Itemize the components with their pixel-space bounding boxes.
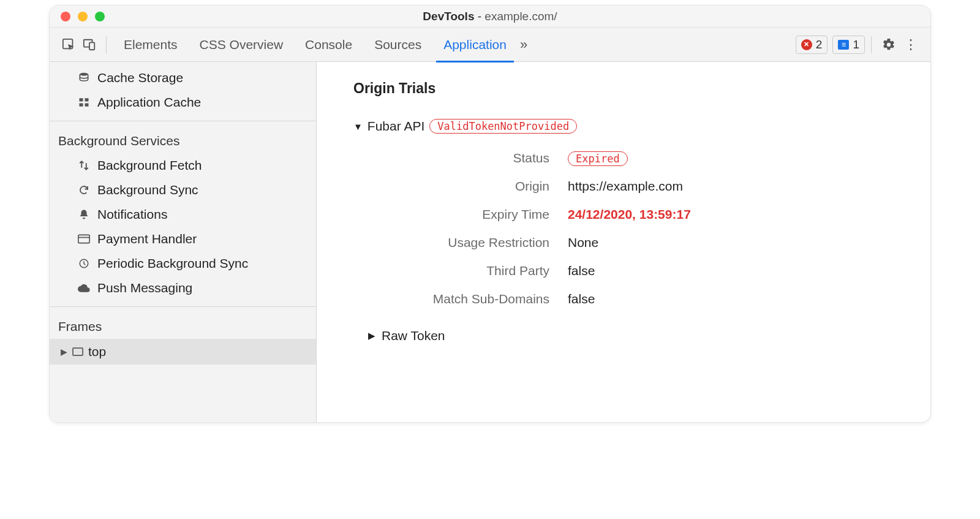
origin-value: https://example.com <box>568 179 894 194</box>
third-party-label: Third Party <box>378 263 549 278</box>
title-app: DevTools <box>423 10 474 23</box>
cloud-icon <box>77 281 91 295</box>
sidebar-item-frames-top[interactable]: ▶ top <box>50 339 316 365</box>
caret-right-icon: ▶ <box>61 347 67 357</box>
main-panel: Origin Trials ▼ Fubar API ValidTokenNotP… <box>317 62 930 422</box>
close-icon[interactable] <box>61 12 70 21</box>
caret-down-icon: ▼ <box>353 121 363 132</box>
device-toggle-icon[interactable] <box>79 34 100 55</box>
transfer-icon <box>77 158 91 173</box>
sidebar-item-push-messaging[interactable]: Push Messaging <box>50 276 316 300</box>
tab-console[interactable]: Console <box>294 28 363 62</box>
svg-rect-7 <box>85 104 89 107</box>
error-icon <box>801 39 812 50</box>
clock-icon <box>77 256 91 271</box>
frame-icon <box>72 347 83 356</box>
zoom-icon[interactable] <box>95 12 105 21</box>
sidebar: Cache Storage Application Cache Backgrou… <box>50 62 317 422</box>
status-value: Expired <box>568 151 894 165</box>
expiry-value: 24/12/2020, 13:59:17 <box>568 207 894 222</box>
svg-rect-5 <box>85 98 89 101</box>
inspect-icon[interactable] <box>58 34 79 55</box>
trial-row[interactable]: ▼ Fubar API ValidTokenNotProvided <box>353 119 894 134</box>
sidebar-item-cache-storage[interactable]: Cache Storage <box>50 66 316 90</box>
sidebar-item-background-sync[interactable]: Background Sync <box>50 178 316 202</box>
bell-icon <box>77 207 91 222</box>
devtools-window: DevTools - example.com/ Elements CSS Ove… <box>49 5 931 423</box>
traffic-lights <box>61 12 105 21</box>
sync-icon <box>77 183 91 197</box>
database-icon <box>77 70 91 85</box>
titlebar: DevTools - example.com/ <box>50 6 930 28</box>
caret-right-icon: ▶ <box>368 330 375 341</box>
sidebar-item-application-cache[interactable]: Application Cache <box>50 90 316 115</box>
toolbar-divider-right <box>871 36 872 53</box>
message-icon <box>838 40 849 50</box>
svg-rect-4 <box>80 98 83 101</box>
window-title: DevTools - example.com/ <box>50 10 930 23</box>
grid-icon <box>77 95 91 110</box>
svg-rect-8 <box>78 235 89 243</box>
sidebar-header-frames: Frames <box>50 309 316 339</box>
tab-sources[interactable]: Sources <box>363 28 432 62</box>
sidebar-item-background-fetch[interactable]: Background Fetch <box>50 153 316 178</box>
sidebar-item-notifications[interactable]: Notifications <box>50 202 316 227</box>
svg-rect-6 <box>80 104 83 107</box>
tab-elements[interactable]: Elements <box>113 28 189 62</box>
usage-label: Usage Restriction <box>378 235 549 250</box>
origin-label: Origin <box>378 179 549 194</box>
minimize-icon[interactable] <box>78 12 88 21</box>
usage-value: None <box>568 235 894 250</box>
trial-badge: ValidTokenNotProvided <box>429 119 577 134</box>
third-party-value: false <box>568 263 894 278</box>
expiry-label: Expiry Time <box>378 207 549 222</box>
card-icon <box>77 232 91 246</box>
messages-count: 1 <box>853 38 859 51</box>
toolbar: Elements CSS Overview Console Sources Ap… <box>50 28 930 62</box>
toolbar-divider <box>106 36 107 53</box>
title-page: example.com/ <box>484 10 557 23</box>
raw-token-row[interactable]: ▶ Raw Token <box>368 328 894 343</box>
trial-name: Fubar API <box>368 119 424 134</box>
match-sub-label: Match Sub-Domains <box>378 292 549 306</box>
sidebar-item-periodic-background-sync[interactable]: Periodic Background Sync <box>50 251 316 276</box>
sidebar-item-payment-handler[interactable]: Payment Handler <box>50 227 316 251</box>
panel-heading: Origin Trials <box>353 80 894 97</box>
match-sub-value: false <box>568 292 894 306</box>
errors-pill[interactable]: 2 <box>796 36 828 54</box>
kebab-menu-icon[interactable]: ⋮ <box>900 37 922 53</box>
status-label: Status <box>378 151 549 165</box>
body: Cache Storage Application Cache Backgrou… <box>50 62 930 422</box>
svg-rect-2 <box>89 42 94 50</box>
errors-count: 2 <box>816 38 823 51</box>
raw-token-label: Raw Token <box>382 328 445 343</box>
trial-details: Status Expired Origin https://example.co… <box>378 151 894 306</box>
messages-pill[interactable]: 1 <box>832 36 865 54</box>
more-tabs-icon[interactable]: » <box>520 37 527 53</box>
svg-point-3 <box>80 73 88 76</box>
tab-application[interactable]: Application <box>432 28 518 62</box>
settings-gear-icon[interactable] <box>878 38 900 51</box>
sidebar-header-background-services: Background Services <box>50 124 316 153</box>
tab-css-overview[interactable]: CSS Overview <box>189 28 295 62</box>
